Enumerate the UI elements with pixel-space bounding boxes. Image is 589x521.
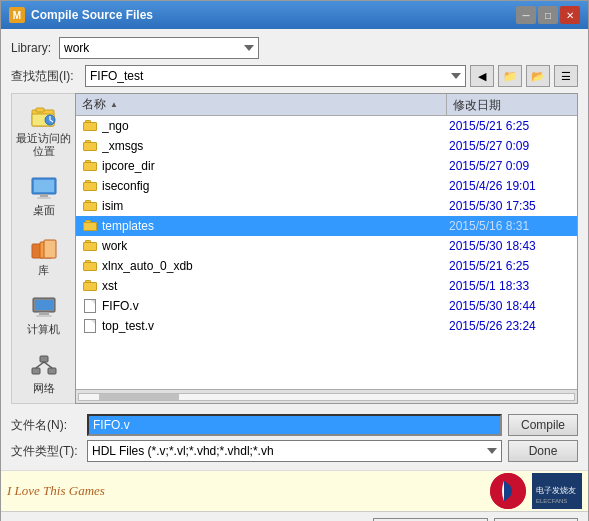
file-row[interactable]: xst2015/5/1 18:33 [76, 276, 577, 296]
folder-icon [82, 219, 98, 233]
file-row[interactable]: _ngo2015/5/21 6:25 [76, 116, 577, 136]
file-date: 2015/5/30 18:44 [443, 299, 571, 313]
svg-rect-17 [48, 368, 56, 374]
nav-new-folder-button[interactable]: 📂 [526, 65, 550, 87]
file-row[interactable]: top_test.v2015/5/26 23:24 [76, 316, 577, 336]
sidebar-network-label: 网络 [33, 382, 55, 395]
sidebar-item-network[interactable]: 网络 [12, 348, 75, 399]
horizontal-scrollbar[interactable] [76, 389, 577, 403]
compile-button[interactable]: Compile [508, 414, 578, 436]
sidebar-item-recent[interactable]: 最近访问的位置 [12, 98, 75, 162]
svg-text:ELECFANS: ELECFANS [536, 498, 567, 504]
title-controls: ─ □ ✕ [516, 6, 580, 24]
file-date: 2015/4/26 19:01 [443, 179, 571, 193]
folder-icon [82, 199, 98, 213]
file-name: ipcore_dir [102, 159, 443, 173]
file-row[interactable]: isim2015/5/30 17:35 [76, 196, 577, 216]
dialog-content: Library: work 查找范围(I): FIFO_test ◀ 📁 📂 ☰ [1, 29, 588, 470]
library-row: Library: work [11, 37, 578, 59]
sidebar-recent-label: 最近访问的位置 [16, 132, 71, 158]
form-section: 文件名(N): Compile 文件类型(T): HDL Files (*.v;… [11, 410, 578, 462]
sidebar-desktop-label: 桌面 [33, 204, 55, 217]
folder-icon [82, 179, 98, 193]
sidebar-item-desktop[interactable]: 桌面 [12, 170, 75, 221]
svg-rect-6 [40, 194, 48, 197]
file-name: isim [102, 199, 443, 213]
watermark-text: I Love This Games [7, 483, 105, 499]
folder-icon [82, 119, 98, 133]
close-button[interactable]: ✕ [560, 6, 580, 24]
library-select[interactable]: work [59, 37, 259, 59]
nba-logo [490, 473, 526, 509]
library-icon [28, 234, 60, 262]
filename-row: 文件名(N): Compile [11, 414, 578, 436]
file-row[interactable]: templates2015/5/16 8:31 [76, 216, 577, 236]
svg-text:电子发烧友: 电子发烧友 [536, 486, 576, 495]
file-icon [82, 319, 98, 333]
svg-rect-5 [34, 180, 54, 192]
file-name: xlnx_auto_0_xdb [102, 259, 443, 273]
file-name: _ngo [102, 119, 443, 133]
svg-rect-12 [35, 300, 53, 310]
file-row[interactable]: _xmsgs2015/5/27 0:09 [76, 136, 577, 156]
path-select[interactable]: FIFO_test [85, 65, 466, 87]
filename-label: 文件名(N): [11, 417, 81, 434]
nav-up-button[interactable]: 📁 [498, 65, 522, 87]
nav-back-button[interactable]: ◀ [470, 65, 494, 87]
folder-icon [82, 139, 98, 153]
scrollbar-thumb [99, 394, 179, 400]
svg-rect-14 [36, 315, 52, 317]
file-row[interactable]: ipcore_dir2015/5/27 0:09 [76, 156, 577, 176]
file-name: _xmsgs [102, 139, 443, 153]
main-window: M Compile Source Files ─ □ ✕ Library: wo… [0, 0, 589, 521]
svg-rect-2 [36, 108, 44, 112]
file-row[interactable]: iseconfig2015/4/26 19:01 [76, 176, 577, 196]
main-area: 最近访问的位置 桌面 [11, 93, 578, 404]
bottom-bar: Compile selected files together Default … [1, 511, 588, 521]
filename-input[interactable] [87, 414, 502, 436]
file-list: _ngo2015/5/21 6:25_xmsgs2015/5/27 0:09ip… [76, 116, 577, 389]
title-bar-left: M Compile Source Files [9, 7, 153, 23]
watermark-area: I Love This Games 电子发烧友 ELECFANS [1, 470, 588, 511]
done-button[interactable]: Done [508, 440, 578, 462]
minimize-button[interactable]: ─ [516, 6, 536, 24]
maximize-button[interactable]: □ [538, 6, 558, 24]
window-title: Compile Source Files [31, 8, 153, 22]
svg-line-18 [36, 362, 44, 368]
svg-line-19 [44, 362, 52, 368]
file-date: 2015/5/26 23:24 [443, 319, 571, 333]
svg-rect-10 [44, 240, 56, 258]
file-date: 2015/5/27 0:09 [443, 159, 571, 173]
computer-icon [28, 293, 60, 321]
file-date: 2015/5/21 6:25 [443, 119, 571, 133]
svg-rect-15 [40, 356, 48, 362]
nav-row: 查找范围(I): FIFO_test ◀ 📁 📂 ☰ [11, 65, 578, 87]
file-list-header: 名称 ▲ 修改日期 [76, 94, 577, 116]
file-name: templates [102, 219, 443, 233]
sidebar-item-computer[interactable]: 计算机 [12, 289, 75, 340]
column-name[interactable]: 名称 ▲ [76, 94, 447, 115]
file-date: 2015/5/27 0:09 [443, 139, 571, 153]
file-name: iseconfig [102, 179, 443, 193]
filetype-label: 文件类型(T): [11, 443, 81, 460]
file-name: xst [102, 279, 443, 293]
sidebar: 最近访问的位置 桌面 [11, 93, 75, 404]
file-panel: 名称 ▲ 修改日期 _ngo2015/5/21 6:25_xmsgs2015/5… [75, 93, 578, 404]
filetype-select[interactable]: HDL Files (*.v;*.vl;*.vhd;*.vhdl;*.vh [87, 440, 502, 462]
svg-rect-13 [39, 312, 49, 315]
file-name: work [102, 239, 443, 253]
file-icon [82, 299, 98, 313]
file-row[interactable]: FIFO.v2015/5/30 18:44 [76, 296, 577, 316]
file-row[interactable]: work2015/5/30 18:43 [76, 236, 577, 256]
folder-icon [82, 259, 98, 273]
column-date[interactable]: 修改日期 [447, 94, 577, 115]
file-row[interactable]: xlnx_auto_0_xdb2015/5/21 6:25 [76, 256, 577, 276]
app-icon: M [9, 7, 25, 23]
sidebar-item-library[interactable]: 库 [12, 230, 75, 281]
nav-view-button[interactable]: ☰ [554, 65, 578, 87]
folder-icon [82, 239, 98, 253]
svg-rect-7 [37, 197, 51, 199]
sort-arrow: ▲ [110, 100, 118, 109]
file-date: 2015/5/1 18:33 [443, 279, 571, 293]
folder-icon [82, 159, 98, 173]
